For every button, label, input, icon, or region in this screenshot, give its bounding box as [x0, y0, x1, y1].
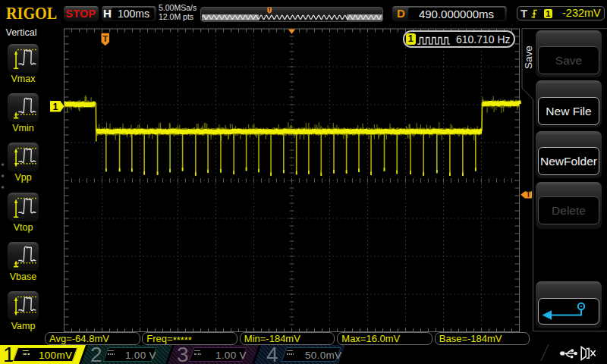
svg-text:T: T — [526, 190, 530, 199]
svg-text:T: T — [102, 34, 108, 43]
svg-text:1: 1 — [53, 102, 58, 112]
